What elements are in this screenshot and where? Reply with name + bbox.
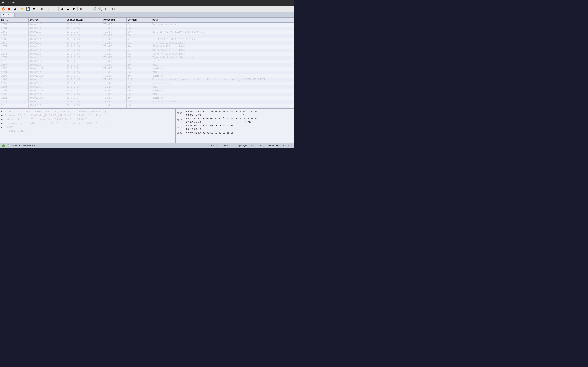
packet-row[interactable]: 2611 10.0.2.15 10.0.2.3 TELNET 60 admin\…: [0, 96, 294, 100]
tab-telnet-label: telnet: [3, 13, 12, 16]
packet-row[interactable]: 2569 10.0.2.3 10.0.2.15 TELNET 71 SHIRTS…: [0, 41, 294, 45]
cell-data: Here is you're daily stock report!\n: [151, 107, 294, 108]
detail-tree-row[interactable]: ▶Internet Protocol Version 4, Src: 10.0.…: [1, 117, 174, 121]
cell-no: 2613: [0, 100, 29, 103]
cell-no: 2597: [0, 82, 29, 85]
column-headers: No. ▲ Source Destination Protocol Length…: [0, 17, 294, 23]
cell-length: 71: [127, 52, 151, 56]
cell-data: admin\n: [151, 89, 294, 92]
filter-button[interactable]: ⊞: [79, 6, 84, 12]
packet-row[interactable]: 2617 10.0.2.3 10.0.2.15 TELNET 89 Here i…: [0, 107, 294, 108]
cell-proto: TELNET: [102, 59, 127, 63]
packet-row[interactable]: 2559 10.0.2.3 10.0.2.15 TELNET 69 Welcom…: [0, 23, 294, 26]
packet-list[interactable]: 2559 10.0.2.3 10.0.2.15 TELNET 69 Welcom…: [0, 23, 294, 108]
tab-telnet[interactable]: telnet: [1, 13, 14, 17]
packet-row[interactable]: 2595 10.0.2.3 10.0.2.15 TELNET 227 Welco…: [0, 78, 294, 82]
packet-row[interactable]: 2563 10.0.2.3 10.0.2.15 TELNET 89 Here i…: [0, 30, 294, 34]
cell-source: 10.0.2.3: [29, 107, 65, 108]
cell-dest: 10.0.2.15: [65, 56, 102, 59]
reload-button[interactable]: ⊛: [39, 6, 44, 12]
packet-row[interactable]: 2589 10.0.2.15 10.0.2.3 TELNET 60 admin\…: [0, 67, 294, 71]
packet-row[interactable]: 2615 10.0.2.3 10.0.2.15 TELNET 60 \n: [0, 104, 294, 107]
packet-row[interactable]: 2577 10.0.2.3 10.0.2.15 TELNET 85 Type e…: [0, 56, 294, 59]
back-button[interactable]: ←: [46, 6, 52, 12]
cell-no: 2595: [0, 78, 29, 81]
toolbar-sep4: [58, 7, 59, 11]
cell-source: 10.0.2.15: [29, 89, 65, 92]
col-header-destination[interactable]: Destination: [65, 17, 102, 22]
titlebar: 🦈 telnet ×: [0, 0, 294, 6]
cell-data: WALLETS\t15$\t\t\t19\n: [151, 49, 294, 52]
col-header-no[interactable]: No. ▲: [0, 17, 29, 22]
packet-row[interactable]: 2587 10.0.2.3 10.0.2.15 TELNET 60 USER:: [0, 63, 294, 67]
goto-button[interactable]: ◉: [60, 6, 65, 12]
packets-count: Packets: 2868: [209, 144, 228, 147]
col-header-source[interactable]: Source: [29, 17, 65, 22]
cell-length: 71: [127, 49, 151, 52]
cell-source: 10.0.2.3: [29, 38, 65, 41]
cell-no: 2593: [0, 74, 29, 78]
zoom-in-button[interactable]: 🔎: [92, 6, 97, 12]
detail-tree-row[interactable]: ▶Frame 98: 60 bytes on wire (480 bits), …: [1, 110, 174, 114]
flame-button[interactable]: 🔥: [1, 6, 6, 12]
hex-bytes: 00 2e ce c2 00 00 40 06 93 f6 0a 00 02 0…: [186, 117, 234, 124]
graph-button[interactable]: ⊟: [111, 6, 116, 12]
hex-ascii-row: ············P·P·: [236, 117, 293, 120]
cell-proto: TELNET: [102, 63, 127, 67]
packet-row[interactable]: 2597 10.0.2.15 10.0.2.3 TELNET 65 wherei…: [0, 82, 294, 85]
cell-dest: 10.0.2.3: [65, 67, 102, 70]
cell-length: 60: [127, 89, 151, 92]
col-header-data[interactable]: Data: [151, 17, 294, 22]
cell-proto: TELNET: [102, 71, 127, 74]
packet-row[interactable]: 2591 10.0.2.3 10.0.2.15 TELNET 60 PASS:: [0, 71, 294, 74]
packet-row[interactable]: 2605 10.0.2.3 10.0.2.15 TELNET 60 USER:: [0, 85, 294, 89]
detail-tree[interactable]: ▶Frame 98: 60 bytes on wire (480 bits), …: [0, 109, 176, 143]
titlebar-close-icon[interactable]: ×: [291, 1, 293, 4]
open-button[interactable]: 📂: [20, 6, 25, 12]
packet-row[interactable]: 2571 10.0.2.3 10.0.2.15 TELNET 70 JEANS\…: [0, 45, 294, 49]
save-button[interactable]: 💾: [26, 6, 31, 12]
packet-row[interactable]: 2607 10.0.2.15 10.0.2.3 TELNET 60 admin\…: [0, 89, 294, 92]
cell-source: 10.0.2.3: [29, 104, 65, 107]
cell-dest: 10.0.2.15: [65, 23, 102, 26]
cell-data: Welcome, admin\n: [151, 23, 294, 26]
detail-tree-row[interactable]: ▶Ethernet II, Src: RealtekU_12:35:02 (52…: [1, 114, 174, 117]
cell-dest: 10.0.2.3: [65, 82, 102, 85]
packet-row[interactable]: 2565 10.0.2.3 10.0.2.15 TELNET 60 \n: [0, 34, 294, 38]
stop-button[interactable]: ■: [7, 6, 12, 12]
close-file-button[interactable]: ✕: [31, 6, 36, 12]
cell-proto: TELNET: [102, 45, 127, 48]
prev-packet-button[interactable]: ▲: [65, 6, 71, 12]
add-tab-button[interactable]: +: [15, 13, 19, 17]
forward-button[interactable]: →: [52, 6, 57, 12]
packet-row[interactable]: 2567 10.0.2.3 10.0.2.15 TELNET 77 \n,PRO…: [0, 38, 294, 41]
detail-tree-row[interactable]: Data: USER:: [1, 129, 174, 133]
packet-row[interactable]: 2613 10.0.2.3 10.0.2.15 TELNET 69 Welcom…: [0, 100, 294, 104]
cell-source: 10.0.2.3: [29, 30, 65, 34]
cell-data: USER:: [151, 85, 294, 89]
hex-row: 000008 00 27 c5 0d 1c 52 54 00 12 35 02 …: [177, 110, 234, 117]
cell-no: 2589: [0, 67, 29, 70]
packet-row[interactable]: 2575 10.0.2.3 10.0.2.15 TELNET 71 SOCKS\…: [0, 52, 294, 56]
cell-proto: TELNET: [102, 104, 127, 107]
restart-button[interactable]: ↺: [12, 6, 17, 12]
cell-length: 60: [127, 74, 151, 78]
toolbar-sep3: [45, 7, 45, 11]
packet-row[interactable]: 2609 10.0.2.3 10.0.2.15 TELNET 60 PASS:: [0, 92, 294, 96]
hex-ascii-row: ······US ER:·: [236, 120, 293, 124]
cell-no: 2579: [0, 59, 29, 63]
detail-tree-row[interactable]: ▶Telnet: [1, 125, 174, 129]
packet-row[interactable]: 2561 10.0.2.3 10.0.2.15 TELNET 60 \n: [0, 26, 294, 30]
col-header-length[interactable]: Length: [127, 17, 151, 22]
packet-row[interactable]: 2593 10.0.2.15 10.0.2.3 TELNET 60 admin\…: [0, 74, 294, 78]
packet-row[interactable]: 2573 10.0.2.3 10.0.2.15 TELNET 71 WALLET…: [0, 49, 294, 52]
zoom-reset-button[interactable]: ⊕: [103, 6, 109, 12]
cell-source: 10.0.2.3: [29, 23, 65, 26]
cell-proto: TELNET: [102, 41, 127, 45]
detail-tree-row[interactable]: ▶Transmission Control Protocol, Src Port…: [1, 121, 174, 125]
colorize-button[interactable]: ⊟: [84, 6, 90, 12]
col-header-protocol[interactable]: Protocol: [102, 17, 127, 22]
next-packet-button[interactable]: ▼: [71, 6, 76, 12]
zoom-out-button[interactable]: 🔍: [98, 6, 103, 12]
packet-row[interactable]: 2579 10.0.2.15 10.0.2.3 TELNET 59 exit\n: [0, 59, 294, 63]
